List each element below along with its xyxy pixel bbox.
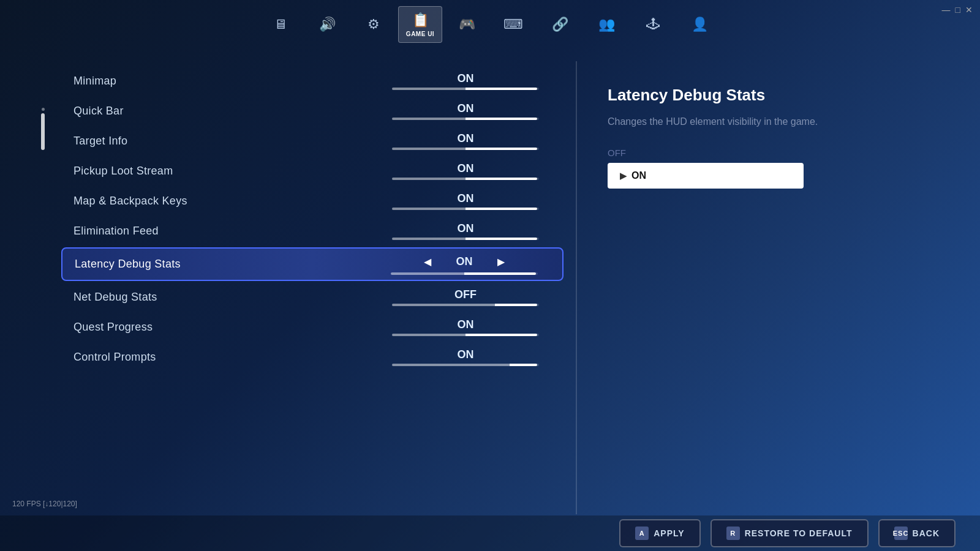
audio-icon: 🔊 — [319, 17, 336, 32]
fps-counter: 120 FPS [↓120|120] — [12, 500, 77, 508]
scroll-dot — [42, 108, 45, 111]
slider-track-5 — [392, 238, 539, 240]
slider-track-6 — [391, 272, 538, 275]
nav-item-keyboard[interactable]: ⌨ — [491, 6, 535, 43]
setting-control-3: ON — [380, 162, 551, 180]
setting-control-5: ON — [380, 222, 551, 240]
bottom-btn-restore-to-default[interactable]: R RESTORE TO DEFAULT — [710, 519, 869, 547]
setting-value-row-5: ON — [380, 222, 551, 235]
setting-value-row-1: ON — [380, 102, 551, 115]
slider-track-8 — [392, 334, 539, 336]
setting-control-9: ON — [380, 348, 551, 366]
detail-panel: Latency Debug Stats Changes the HUD elem… — [589, 61, 980, 514]
setting-control-0: ON — [380, 72, 551, 90]
content-divider — [576, 61, 577, 514]
setting-value-row-0: ON — [380, 72, 551, 85]
setting-value-2: ON — [447, 132, 484, 145]
bottom-bar: A APPLY R RESTORE TO DEFAULT ESC BACK — [0, 515, 980, 551]
setting-row-3[interactable]: Pickup Loot Stream ON — [61, 157, 564, 185]
setting-name-7: Net Debug Stats — [74, 291, 380, 304]
main-content: Minimap ON Quick Bar — [61, 61, 980, 514]
nav-item-profile[interactable]: 👤 — [677, 6, 722, 43]
setting-value-row-7: OFF — [380, 288, 551, 301]
setting-row-1[interactable]: Quick Bar ON — [61, 97, 564, 125]
minimize-button[interactable]: — — [942, 5, 951, 15]
slider-track-7 — [392, 304, 539, 306]
setting-value-row-8: ON — [380, 318, 551, 331]
setting-row-9[interactable]: Control Prompts ON — [61, 343, 564, 371]
sidebar-scroll — [37, 80, 49, 178]
nav-item-display[interactable]: 🖥 — [258, 6, 303, 43]
nav-item-controller2[interactable]: 🎮 — [445, 6, 489, 43]
setting-name-2: Target Info — [74, 135, 380, 148]
controller2-icon: 🎮 — [459, 17, 475, 32]
arrow-right-6[interactable]: ▶ — [495, 253, 507, 270]
social-icon: 👥 — [598, 17, 615, 32]
setting-row-2[interactable]: Target Info ON — [61, 127, 564, 155]
detail-title: Latency Debug Stats — [608, 86, 962, 105]
nav-item-gameui[interactable]: 📋 GAME UI — [398, 6, 442, 43]
setting-row-0[interactable]: Minimap ON — [61, 67, 564, 95]
setting-name-0: Minimap — [74, 75, 380, 88]
setting-row-8[interactable]: Quest Progress ON — [61, 313, 564, 341]
setting-row-5[interactable]: Elimination Feed ON — [61, 217, 564, 245]
setting-value-1: ON — [447, 102, 484, 115]
window-chrome: — □ ✕ — [935, 0, 980, 20]
option-arrow-icon: ▶ — [620, 171, 627, 181]
slider-track-1 — [392, 118, 539, 120]
option-on-button[interactable]: ▶ ON — [608, 163, 804, 189]
setting-value-3: ON — [447, 162, 484, 175]
setting-value-6: ON — [446, 255, 483, 268]
setting-control-4: ON — [380, 192, 551, 210]
detail-description: Changes the HUD element visibility in th… — [608, 114, 962, 129]
setting-value-7: OFF — [447, 288, 484, 301]
btn-key-1: R — [726, 527, 740, 540]
close-button[interactable]: ✕ — [965, 5, 973, 15]
btn-key-2: ESC — [894, 527, 908, 540]
setting-value-row-9: ON — [380, 348, 551, 361]
setting-row-4[interactable]: Map & Backpack Keys ON — [61, 187, 564, 215]
setting-name-4: Map & Backpack Keys — [74, 195, 380, 208]
nav-item-settings[interactable]: ⚙ — [352, 6, 396, 43]
maximize-button[interactable]: □ — [956, 5, 960, 15]
setting-row-6[interactable]: Latency Debug Stats ◀ ON ▶ — [61, 247, 564, 281]
setting-name-5: Elimination Feed — [74, 225, 380, 238]
setting-value-row-3: ON — [380, 162, 551, 175]
profile-icon: 👤 — [692, 17, 708, 32]
setting-value-row-6: ◀ ON ▶ — [379, 253, 550, 270]
setting-control-2: ON — [380, 132, 551, 150]
setting-value-4: ON — [447, 192, 484, 205]
option-off-label: OFF — [608, 148, 962, 158]
bottom-btn-back[interactable]: ESC BACK — [878, 519, 956, 547]
setting-control-8: ON — [380, 318, 551, 336]
setting-name-3: Pickup Loot Stream — [74, 165, 380, 178]
btn-label-0: APPLY — [654, 528, 684, 538]
setting-name-6: Latency Debug Stats — [75, 258, 379, 271]
arrow-left-6[interactable]: ◀ — [421, 253, 434, 270]
setting-name-8: Quest Progress — [74, 321, 380, 334]
slider-track-0 — [392, 88, 539, 90]
setting-control-1: ON — [380, 102, 551, 120]
slider-track-4 — [392, 208, 539, 210]
network-icon: 🔗 — [552, 17, 568, 32]
setting-control-6: ◀ ON ▶ — [379, 253, 550, 275]
btn-label-2: BACK — [913, 528, 940, 538]
setting-value-9: ON — [447, 348, 484, 361]
nav-item-network[interactable]: 🔗 — [538, 6, 582, 43]
setting-value-0: ON — [447, 72, 484, 85]
slider-track-9 — [392, 364, 539, 366]
setting-value-row-2: ON — [380, 132, 551, 145]
setting-value-row-4: ON — [380, 192, 551, 205]
setting-row-7[interactable]: Net Debug Stats OFF — [61, 283, 564, 311]
nav-item-audio[interactable]: 🔊 — [305, 6, 349, 43]
nav-item-gamepad[interactable]: 🕹 — [631, 6, 675, 43]
setting-value-5: ON — [447, 222, 484, 235]
nav-item-social[interactable]: 👥 — [584, 6, 628, 43]
bottom-btn-apply[interactable]: A APPLY — [619, 519, 700, 547]
slider-track-3 — [392, 178, 539, 180]
btn-label-1: RESTORE TO DEFAULT — [745, 528, 853, 538]
scroll-handle[interactable] — [41, 113, 45, 150]
btn-key-0: A — [635, 527, 649, 540]
setting-value-8: ON — [447, 318, 484, 331]
settings-list: Minimap ON Quick Bar — [61, 61, 564, 514]
